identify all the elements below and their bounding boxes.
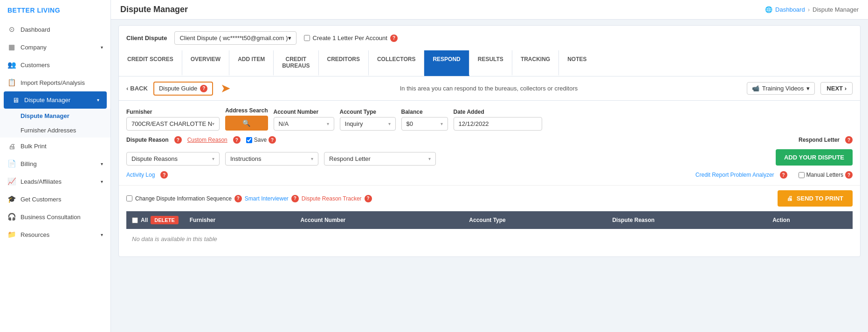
change-sequence-checkbox[interactable] [126,195,132,201]
help-icon-manual[interactable]: ? [845,171,853,179]
chevron-down-icon: ▾ [212,121,214,126]
sidebar-sub-menu: Dispute Manager Furnisher Addresses [0,109,110,138]
activity-log-link[interactable]: Activity Log [126,172,155,178]
tab-results[interactable]: RESULTS [469,50,512,76]
customers-icon: 👥 [7,61,16,69]
tabs-bar: CREDIT SCORES OVERVIEW ADD ITEM CREDITBU… [119,50,860,76]
chevron-down-icon: ▾ [806,85,810,92]
help-icon-dispute[interactable]: ? [174,136,182,144]
help-icon-credit-report[interactable]: ? [780,171,787,179]
all-check-group: All DELETE [132,216,179,224]
topbar: Dispute Manager 🌐 Dashboard › Dispute Ma… [111,0,868,20]
sidebar-item-customers[interactable]: 👥 Customers [0,56,110,74]
globe-icon: 🌐 [765,6,772,13]
help-icon-activity[interactable]: ? [160,171,168,179]
add-dispute-button[interactable]: ADD YOUR DISPUTE [776,149,853,166]
tab-tracking[interactable]: TRACKING [512,50,559,76]
back-button[interactable]: ‹ BACK [126,85,148,92]
send-to-print-label: SEND TO PRINT [797,195,843,202]
help-icon[interactable]: ? [390,35,398,42]
dispute-manager-icon: 🖥 [11,96,20,104]
date-added-input[interactable] [454,117,542,131]
save-checkbox[interactable] [246,137,252,143]
dispute-tracker-link[interactable]: Dispute Reason Tracker [302,195,362,202]
delete-button[interactable]: DELETE [151,216,178,224]
chevron-down-icon: ▾ [441,121,443,126]
form-row-2-labels: Dispute Reason ? Custom Reason ? Save ? … [126,136,853,144]
manual-letters-label[interactable]: Manual Letters ? [799,171,853,179]
sidebar-item-get-customers[interactable]: 🎓 Get Customers [0,190,110,208]
breadcrumb-dashboard[interactable]: Dashboard [775,6,805,13]
print-icon: 🖨 [787,195,793,202]
furnisher-value: 700CR/EAST CHARLOTTE N [131,120,212,127]
create-letter-checkbox-label[interactable]: Create 1 Letter Per Account ? [304,35,398,42]
balance-group: Balance $0 ▾ [401,109,448,131]
tab-notes[interactable]: NOTES [559,50,595,76]
bulk-print-icon: 🖨 [7,142,16,150]
manual-letters-checkbox[interactable] [799,172,805,178]
sidebar-sub-item-furnisher-addresses[interactable]: Furnisher Addresses [0,123,110,138]
save-checkbox-label[interactable]: Save ? [246,136,276,144]
smart-interviewer-link[interactable]: Smart Interviewer [245,195,289,202]
chevron-down-icon: ▾ [428,156,431,161]
help-icon-smart[interactable]: ? [291,195,299,202]
back-label: BACK [130,85,148,92]
sidebar-item-dispute-manager[interactable]: 🖥 Dispute Manager ▾ [4,91,107,109]
tab-credit-scores[interactable]: CREDIT SCORES [119,50,182,76]
chevron-left-icon: ‹ [126,85,128,92]
help-icon-tracker[interactable]: ? [365,195,372,202]
sidebar-item-resources[interactable]: 📁 Resources ▾ [0,226,110,243]
dispute-reasons-select[interactable]: Dispute Reasons ▾ [126,152,220,166]
create-letter-checkbox[interactable] [304,35,310,41]
sidebar-item-leads-affiliates[interactable]: 📈 Leads/Affiliates ▾ [0,173,110,190]
help-icon-save[interactable]: ? [269,136,276,144]
training-videos-button[interactable]: 📹 Training Videos ▾ [747,82,815,95]
sub-navigation: ‹ BACK Dispute Guide ? ➤ In this area yo… [119,76,860,101]
sidebar-item-billing[interactable]: 📄 Billing ▾ [0,155,110,173]
furnisher-label: Furnisher [126,109,220,115]
save-label: Save [254,137,267,143]
client-dispute-select[interactable]: Client Dispute ( wc*****t50@gmail.com ) … [174,31,296,45]
help-icon-sequence[interactable]: ? [234,195,242,202]
table-header-check: All DELETE [126,211,184,229]
sidebar-item-label: Dashboard [21,26,50,33]
account-number-group: Account Number N/A ▾ [274,109,334,131]
custom-reason-link[interactable]: Custom Reason [187,137,227,143]
furnisher-select[interactable]: 700CR/EAST CHARLOTTE N ▾ [126,117,220,131]
sidebar-item-business-consultation[interactable]: 🎧 Business Consultation [0,208,110,226]
form-row-4: Activity Log ? Credit Report Problem Ana… [126,171,853,179]
sidebar-item-import-reports[interactable]: 📋 Import Reports/Analysis [0,74,110,91]
sidebar-item-company[interactable]: ▦ Company ▾ [0,38,110,56]
account-number-select[interactable]: N/A ▾ [274,117,334,131]
date-added-label: Date Added [454,109,542,115]
chevron-down-icon: ▾ [327,121,329,126]
tab-creditors[interactable]: CREDITORS [319,50,369,76]
help-icon-guide[interactable]: ? [200,85,207,92]
instructions-select[interactable]: Instructions ▾ [225,152,318,166]
table-header-account-type: Account Type [463,211,606,229]
client-dispute-row: Client Dispute Client Dispute ( wc*****t… [119,26,860,50]
sidebar-sub-item-dispute-manager[interactable]: Dispute Manager [0,109,110,123]
tab-respond[interactable]: RESPOND [424,50,469,76]
help-icon-custom[interactable]: ? [233,136,241,144]
balance-select[interactable]: $0 ▾ [401,117,448,131]
tab-overview[interactable]: OVERVIEW [182,50,229,76]
respond-letter-select[interactable]: Respond Letter ▾ [324,152,436,166]
account-type-select[interactable]: Inquiry ▾ [340,117,396,131]
table-header-action: Action [767,211,853,229]
tab-credit-bureaus[interactable]: CREDITBUREAUS [274,50,318,76]
sidebar-item-label: Resources [21,231,49,238]
sidebar-item-bulk-print[interactable]: 🖨 Bulk Print [0,138,110,155]
help-icon-respond[interactable]: ? [845,136,853,144]
select-all-checkbox[interactable] [132,217,138,223]
sidebar-item-dashboard[interactable]: ⊙ Dashboard [0,21,110,38]
tab-add-item[interactable]: ADD ITEM [229,50,274,76]
credit-report-link[interactable]: Credit Report Problem Analyzer [696,172,774,178]
send-to-print-button[interactable]: 🖨 SEND TO PRINT [778,190,853,207]
next-button[interactable]: NEXT › [820,82,853,95]
tab-collectors[interactable]: COLLECTORS [369,50,424,76]
dispute-guide-button[interactable]: Dispute Guide ? [153,82,213,96]
address-search-button[interactable]: 🔍 [225,116,268,131]
respond-letter-label: Respond Letter [799,137,840,143]
client-dispute-label: Client Dispute [126,35,167,42]
